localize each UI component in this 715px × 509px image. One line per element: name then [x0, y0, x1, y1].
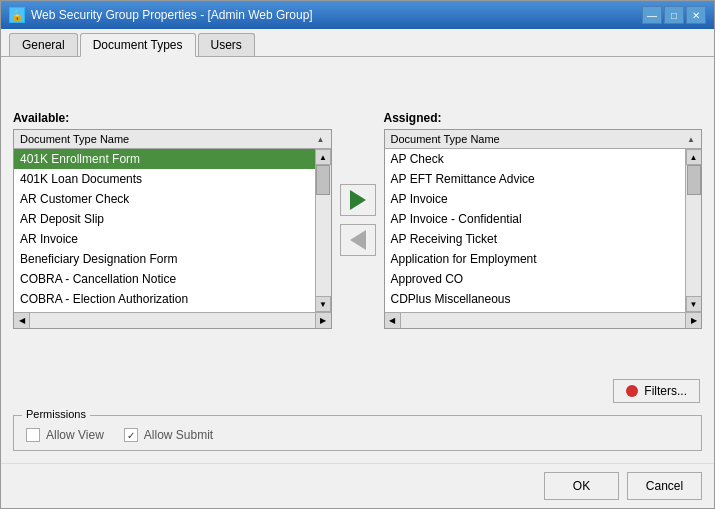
scroll-thumb[interactable] [687, 165, 701, 195]
list-item[interactable]: Beneficiary Designation Form [14, 249, 315, 269]
right-arrow-icon [350, 190, 366, 210]
available-column-header: Document Type Name [20, 133, 129, 145]
assigned-listbox: Document Type Name ▲ AP Check AP EFT Rem… [384, 129, 703, 329]
content-area: Available: Document Type Name ▲ 401K Enr… [1, 57, 714, 463]
assigned-horiz-scroll: ◀ ▶ [385, 312, 702, 328]
scroll-down-arrow[interactable]: ▼ [686, 296, 702, 312]
filter-icon [626, 385, 638, 397]
list-item[interactable]: AP Invoice [385, 189, 686, 209]
permissions-legend: Permissions [22, 408, 90, 420]
list-item[interactable]: 401K Enrollment Form [14, 149, 315, 169]
available-sort-icon: ▲ [317, 135, 325, 144]
assigned-sort-icon: ▲ [687, 135, 695, 144]
scroll-track [686, 165, 701, 296]
list-item[interactable]: COBRA - Cancellation Notice [14, 269, 315, 289]
list-item[interactable]: AR Invoice [14, 229, 315, 249]
assigned-list-box: Document Type Name ▲ AP Check AP EFT Rem… [384, 129, 703, 329]
list-item[interactable]: COBRA - Election Authorization [14, 289, 315, 309]
main-window: 🔒 Web Security Group Properties - [Admin… [0, 0, 715, 509]
assigned-column-header: Document Type Name [391, 133, 500, 145]
allow-submit-checkbox[interactable]: ✓ [124, 428, 138, 442]
list-item[interactable]: Approved CO [385, 269, 686, 289]
assigned-items-wrap: AP Check AP EFT Remittance Advice AP Inv… [385, 149, 686, 312]
allow-view-item: Allow View [26, 428, 104, 442]
list-item[interactable]: AR Customer Check [14, 189, 315, 209]
horiz-track [30, 314, 315, 328]
available-list-header: Document Type Name ▲ [14, 130, 331, 149]
allow-submit-item: ✓ Allow Submit [124, 428, 213, 442]
available-list-inner: 401K Enrollment Form 401K Loan Documents… [14, 149, 331, 312]
available-items-wrap: 401K Enrollment Form 401K Loan Documents… [14, 149, 315, 312]
title-bar: 🔒 Web Security Group Properties - [Admin… [1, 1, 714, 29]
scroll-down-arrow[interactable]: ▼ [315, 296, 331, 312]
scroll-track [316, 165, 331, 296]
allow-view-label: Allow View [46, 428, 104, 442]
available-scrollbar: ▲ ▼ [315, 149, 331, 312]
available-horiz-scroll: ◀ ▶ [14, 312, 331, 328]
list-item[interactable]: 401K Loan Documents [14, 169, 315, 189]
move-right-button[interactable] [340, 184, 376, 216]
transfer-buttons [340, 184, 376, 256]
tab-bar: General Document Types Users [1, 29, 714, 57]
scroll-right-arrow[interactable]: ▶ [685, 313, 701, 329]
scroll-left-arrow[interactable]: ◀ [385, 313, 401, 329]
title-buttons: — □ ✕ [642, 6, 706, 24]
window-title: Web Security Group Properties - [Admin W… [31, 8, 313, 22]
available-list-container: Available: Document Type Name ▲ 401K Enr… [13, 111, 332, 329]
maximize-button[interactable]: □ [664, 6, 684, 24]
filters-row: Filters... [13, 379, 702, 403]
permissions-content: Allow View ✓ Allow Submit [26, 424, 689, 442]
title-bar-left: 🔒 Web Security Group Properties - [Admin… [9, 7, 313, 23]
list-item[interactable]: AP EFT Remittance Advice [385, 169, 686, 189]
scroll-right-arrow[interactable]: ▶ [315, 313, 331, 329]
ok-button[interactable]: OK [544, 472, 619, 500]
list-item[interactable]: AP Receiving Ticket [385, 229, 686, 249]
list-item[interactable]: CDPlus Miscellaneous [385, 289, 686, 309]
lists-section: Available: Document Type Name ▲ 401K Enr… [13, 69, 702, 371]
assigned-scrollbar: ▲ ▼ [685, 149, 701, 312]
scroll-up-arrow[interactable]: ▲ [686, 149, 702, 165]
list-item[interactable]: AP Invoice - Confidential [385, 209, 686, 229]
filters-button[interactable]: Filters... [613, 379, 700, 403]
tab-document-types[interactable]: Document Types [80, 33, 196, 57]
horiz-track [401, 314, 686, 328]
list-item[interactable]: AP Check [385, 149, 686, 169]
assigned-list-header: Document Type Name ▲ [385, 130, 702, 149]
scroll-up-arrow[interactable]: ▲ [315, 149, 331, 165]
available-label: Available: [13, 111, 332, 125]
scroll-thumb[interactable] [316, 165, 330, 195]
permissions-section: Permissions Allow View ✓ Allow Submit [13, 415, 702, 451]
tab-users[interactable]: Users [198, 33, 255, 56]
bottom-bar: OK Cancel [1, 463, 714, 508]
assigned-label: Assigned: [384, 111, 703, 125]
window-icon: 🔒 [9, 7, 25, 23]
allow-submit-label: Allow Submit [144, 428, 213, 442]
tab-general[interactable]: General [9, 33, 78, 56]
available-listbox: Document Type Name ▲ 401K Enrollment For… [13, 129, 332, 329]
checkmark-icon: ✓ [127, 430, 135, 441]
allow-view-checkbox[interactable] [26, 428, 40, 442]
scroll-left-arrow[interactable]: ◀ [14, 313, 30, 329]
minimize-button[interactable]: — [642, 6, 662, 24]
cancel-button[interactable]: Cancel [627, 472, 702, 500]
assigned-list-container: Assigned: Document Type Name ▲ AP Check … [384, 111, 703, 329]
list-item[interactable]: AR Deposit Slip [14, 209, 315, 229]
assigned-list-inner: AP Check AP EFT Remittance Advice AP Inv… [385, 149, 702, 312]
close-button[interactable]: ✕ [686, 6, 706, 24]
available-list-box: Document Type Name ▲ 401K Enrollment For… [13, 129, 332, 329]
move-left-button[interactable] [340, 224, 376, 256]
left-arrow-icon [350, 230, 366, 250]
list-item[interactable]: Application for Employment [385, 249, 686, 269]
